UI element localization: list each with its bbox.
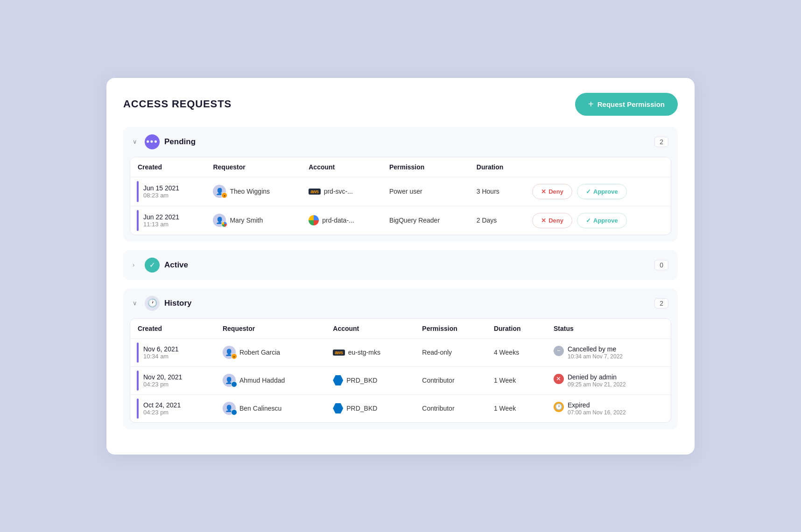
aws-badge-icon: a [221,192,227,198]
active-count: 0 [654,260,668,270]
main-card: ACCESS REQUESTS + Request Permission ∨ •… [106,78,695,455]
pending-row1-deny-button[interactable]: ✕ Deny [532,184,572,199]
history-row3-name: Ben Calinescu [239,405,281,412]
history-row3-status-label: Expired [568,401,626,409]
history-row2-date: Nov 20, 2021 04:23 pm [130,366,215,394]
pending-count: 2 [654,137,668,147]
history-row2-status-label: Denied by admin [568,373,626,381]
pending-section-header[interactable]: ∨ ••• Pending 2 [123,127,678,157]
expired-icon: 🕐 [554,402,564,412]
pending-chevron-down-icon: ∨ [133,138,140,145]
aws-badge-icon: a [231,353,237,359]
pending-row1-duration: 3 Hours [469,177,525,206]
history-label: History [164,299,192,308]
pending-row1-date: Jun 15 2021 08:23 am [130,177,205,206]
hist-col-permission: Permission [415,319,486,339]
dots-icon: ••• [147,137,158,147]
history-section: ∨ 🕐 History 2 Created Requestor Account … [123,288,678,429]
request-permission-button[interactable]: + Request Permission [575,93,678,116]
pending-section: ∨ ••• Pending 2 Created Requestor Accoun… [123,127,678,242]
pending-table-wrap: Created Requestor Account Permission Dur… [130,157,671,235]
pending-row-1: Jun 15 2021 08:23 am 👤 a Theo Wiggins [130,177,671,206]
pending-row2-requestor: 👤 Mary Smith [205,206,301,235]
history-row3-duration: 1 Week [486,394,546,422]
history-row2-account: PRD_BKD [325,366,415,394]
history-row-2: Nov 20, 2021 04:23 pm 👤 Ahmud Haddad [130,366,671,394]
history-row2-status-time: 09:25 am Nov 21, 2022 [568,381,626,388]
history-row1-account: aws eu-stg-mks [325,338,415,366]
history-row1-status: − Cancelled by me 10:34 am Nov 7, 2022 [546,338,671,366]
active-section: › ✓ Active 0 [123,250,678,280]
pending-row1-requestor: 👤 a Theo Wiggins [205,177,301,206]
pending-row1-account: aws prd-svc-... [301,177,382,206]
history-row1-date: Nov 6, 2021 10:34 am [130,338,215,366]
history-section-header[interactable]: ∨ 🕐 History 2 [123,288,678,318]
history-chevron-down-icon: ∨ [133,300,140,307]
history-row1-status-time: 10:34 am Nov 7, 2022 [568,353,623,360]
history-row1-status-label: Cancelled by me [568,345,623,353]
aws-logo-icon: aws [333,350,344,356]
pending-row2-duration: 2 Days [469,206,525,235]
pending-row1-approve-button[interactable]: ✓ Approve [577,184,627,199]
history-row3-avatar: 👤 [223,402,236,415]
hist-col-created: Created [130,319,215,339]
active-icon: ✓ [145,258,160,273]
pending-row1-permission: Power user [382,177,469,206]
pending-row-2: Jun 22 2021 11:13 am 👤 [130,206,671,235]
col-created: Created [130,157,205,177]
azure-badge-icon [231,381,237,387]
hist-col-requestor: Requestor [215,319,325,339]
pending-row2-permission: BigQuery Reader [382,206,469,235]
hist-col-account: Account [325,319,415,339]
pending-row2-approve-button[interactable]: ✓ Approve [577,213,627,228]
pending-table-header-row: Created Requestor Account Permission Dur… [130,157,671,177]
pending-row1-account-name: prd-svc-... [324,188,353,195]
history-row1-duration: 4 Weeks [486,338,546,366]
history-row3-permission: Contributor [415,394,486,422]
history-row1-permission: Read-only [415,338,486,366]
history-table-header-row: Created Requestor Account Permission Dur… [130,319,671,339]
history-table-wrap: Created Requestor Account Permission Dur… [130,318,671,423]
gcp-logo-icon [309,215,319,225]
history-row2-duration: 1 Week [486,366,546,394]
history-row2-name: Ahmud Haddad [239,377,285,384]
pending-table: Created Requestor Account Permission Dur… [130,157,671,235]
history-icon: 🕐 [145,296,160,311]
history-row3-status: 🕐 Expired 07:00 am Nov 16, 2022 [546,394,671,422]
history-row1-avatar: 👤 a [223,346,236,359]
history-row1-requestor: 👤 a Robert Garcia [215,338,325,366]
history-table: Created Requestor Account Permission Dur… [130,319,671,422]
history-row-1: Nov 6, 2021 10:34 am 👤 a Robert Garcia [130,338,671,366]
gcp-badge-icon [221,221,227,227]
active-chevron-right-icon: › [133,261,140,268]
col-account: Account [301,157,382,177]
history-row2-requestor: 👤 Ahmud Haddad [215,366,325,394]
azure-logo-icon [333,375,343,385]
pending-row2-date: Jun 22 2021 11:13 am [130,206,205,235]
history-row1-name: Robert Garcia [239,349,280,356]
pending-row1-actions: ✕ Deny ✓ Approve [525,177,671,206]
history-row3-date: Oct 24, 2021 04:23 pm [130,394,215,422]
clock-icon: 🕐 [148,298,157,308]
history-row1-account-name: eu-stg-mks [348,349,380,356]
pending-row2-actions: ✕ Deny ✓ Approve [525,206,671,235]
page-header: ACCESS REQUESTS + Request Permission [123,93,678,116]
history-row3-account-name: PRD_BKD [346,405,377,412]
active-section-header[interactable]: › ✓ Active 0 [123,250,678,280]
history-row2-permission: Contributor [415,366,486,394]
cancelled-icon: − [554,346,564,356]
col-requestor: Requestor [205,157,301,177]
history-count: 2 [654,298,668,308]
pending-row2-account: prd-data-... [301,206,382,235]
denied-icon: ✕ [554,374,564,384]
hist-col-status: Status [546,319,671,339]
history-row-3: Oct 24, 2021 04:23 pm 👤 Ben Calinescu [130,394,671,422]
x-icon: ✕ [541,188,546,195]
x-icon: ✕ [541,217,546,224]
azure-logo-icon [333,403,343,413]
pending-label: Pending [164,137,196,147]
page-title: ACCESS REQUESTS [123,98,232,110]
col-duration: Duration [469,157,525,177]
pending-icon: ••• [145,134,160,149]
pending-row2-deny-button[interactable]: ✕ Deny [532,213,572,228]
